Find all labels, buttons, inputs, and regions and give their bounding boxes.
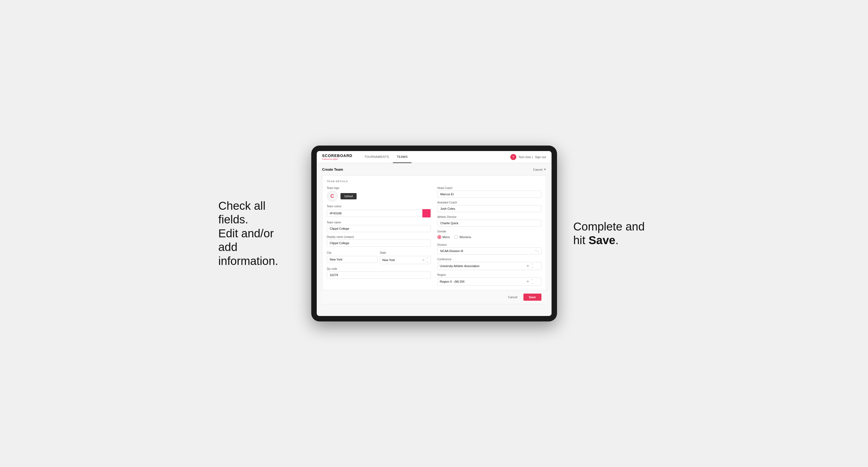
state-chevron-icon: ⌃⌄ [426, 257, 428, 263]
form-card: TEAM DETAILS Team logo C [322, 175, 546, 304]
navbar-right: T Test User | Sign out [510, 154, 546, 160]
logo-letter: C [330, 193, 334, 199]
display-name-label: Display name (unique) [327, 236, 431, 239]
upload-button[interactable]: Upload [340, 193, 357, 199]
gender-mens-label: Mens [443, 236, 450, 239]
page-header: Create Team Cancel ✕ [322, 167, 546, 172]
team-name-label: Team name [327, 221, 431, 224]
logo-circle: C [327, 191, 338, 201]
form-footer: Cancel Save [321, 290, 547, 304]
assistant-coach-group: Assistant Coach [437, 201, 541, 212]
conference-group: Conference University Athletic Associati… [437, 258, 541, 270]
section-label: TEAM DETAILS [327, 180, 541, 183]
region-value: Region II - (M) DIII [440, 280, 464, 283]
region-label: Region [437, 273, 541, 276]
region-controls: ✕ ⌃⌄ [526, 279, 533, 284]
gender-label: Gender [437, 230, 541, 233]
conference-select[interactable]: University Athletic Association ✕ ⌃⌄ [437, 262, 541, 270]
team-logo-label: Team logo [327, 187, 431, 190]
womens-radio-dot [454, 235, 458, 239]
zip-group: Zip code [327, 268, 431, 279]
state-label: State [380, 251, 386, 254]
brand-name: SCOREBOARD [322, 154, 352, 158]
city-group: City [327, 250, 378, 264]
region-group: Region Region II - (M) DIII ✕ ⌃⌄ [437, 273, 541, 286]
right-column: Head Coach Assistant Coach Athletic Dire… [437, 187, 541, 286]
annotation-right-period: . [615, 234, 619, 247]
region-select[interactable]: Region II - (M) DIII ✕ ⌃⌄ [437, 277, 541, 286]
annotation-left: Check all fields. Edit and/or add inform… [218, 199, 295, 268]
region-chevron-icon: ⌃⌄ [531, 279, 533, 284]
annotation-right: Complete and hit Save. [574, 220, 650, 247]
gender-group: Gender Mens Womens [437, 230, 541, 240]
conference-label: Conference [437, 258, 541, 261]
state-group: State New York ✕ ⌃⌄ [380, 250, 431, 264]
team-logo-group: Team logo C Upload [327, 187, 431, 201]
sign-out-link[interactable]: Sign out [535, 155, 546, 159]
team-colour-input[interactable] [327, 210, 422, 217]
division-group: Division NCAA Division III ⌃⌄ [437, 243, 541, 254]
user-label: Test User | [519, 155, 533, 159]
mens-radio-dot [437, 235, 441, 239]
close-button[interactable]: Cancel ✕ [533, 168, 546, 171]
app-logo: SCOREBOARD Powered by clippd [322, 154, 352, 160]
division-select[interactable]: NCAA Division III [437, 247, 541, 254]
assistant-coach-label: Assistant Coach [437, 201, 541, 204]
cancel-label: Cancel [533, 168, 542, 171]
annotation-right-save: Save [589, 234, 615, 247]
tablet-screen: SCOREBOARD Powered by clippd TOURNAMENTS… [317, 151, 552, 316]
conference-controls: ✕ ⌃⌄ [526, 263, 533, 269]
navbar: SCOREBOARD Powered by clippd TOURNAMENTS… [317, 151, 552, 163]
color-input-row [327, 209, 431, 218]
gender-mens-option[interactable]: Mens [437, 235, 450, 239]
city-state-row: City State New York ✕ ⌃⌄ [327, 250, 431, 264]
state-clear-icon[interactable]: ✕ [422, 258, 425, 262]
division-label: Division [437, 243, 541, 246]
assistant-coach-input[interactable] [437, 205, 541, 212]
save-button[interactable]: Save [523, 293, 541, 301]
nav-teams[interactable]: TEAMS [393, 151, 411, 163]
gender-radio-group: Mens Womens [437, 234, 541, 240]
team-colour-group: Team colour [327, 205, 431, 218]
athletic-director-label: Athletic Director [437, 216, 541, 218]
state-select[interactable]: New York ✕ ⌃⌄ [380, 256, 431, 264]
user-avatar: T [510, 154, 516, 160]
athletic-director-group: Athletic Director [437, 216, 541, 227]
athletic-director-input[interactable] [437, 220, 541, 227]
city-input[interactable] [327, 256, 378, 263]
state-value: New York [382, 258, 421, 261]
zip-input[interactable] [327, 272, 431, 279]
form-grid: Team logo C Upload Team colo [327, 187, 541, 286]
page-title: Create Team [322, 167, 343, 172]
team-colour-label: Team colour [327, 205, 431, 208]
conference-clear-icon[interactable]: ✕ [526, 264, 529, 268]
cancel-button[interactable]: Cancel [505, 293, 521, 301]
conference-value: University Athletic Association [440, 264, 480, 268]
division-select-wrapper: NCAA Division III ⌃⌄ [437, 247, 541, 254]
powered-by: Powered by clippd [322, 158, 352, 160]
conference-value-text: University Athletic Association [440, 264, 480, 268]
zip-label: Zip code [327, 268, 431, 270]
annotation-left-title: Check all fields. [218, 199, 266, 226]
team-name-group: Team name [327, 221, 431, 232]
head-coach-input[interactable] [437, 191, 541, 198]
display-name-input[interactable] [327, 240, 431, 247]
left-column: Team logo C Upload Team colo [327, 187, 431, 286]
conference-chevron-icon: ⌃⌄ [531, 263, 533, 269]
region-clear-icon[interactable]: ✕ [526, 280, 529, 283]
team-name-input[interactable] [327, 225, 431, 232]
head-coach-label: Head Coach [437, 187, 541, 190]
color-swatch[interactable] [422, 209, 431, 218]
close-icon: ✕ [544, 168, 546, 171]
annotation-left-sub: Edit and/or add information. [218, 227, 278, 268]
gender-womens-label: Womens [459, 236, 471, 239]
nav-tournaments[interactable]: TOURNAMENTS [361, 151, 393, 163]
gender-womens-option[interactable]: Womens [454, 235, 471, 239]
head-coach-group: Head Coach [437, 187, 541, 198]
city-state-group: City State New York ✕ ⌃⌄ [327, 250, 431, 264]
main-content: Create Team Cancel ✕ TEAM DETAILS Team [317, 163, 552, 316]
logo-upload-row: C Upload [327, 191, 431, 201]
display-name-group: Display name (unique) [327, 236, 431, 247]
navbar-nav: TOURNAMENTS TEAMS [361, 151, 510, 163]
tablet-device: SCOREBOARD Powered by clippd TOURNAMENTS… [311, 146, 557, 321]
